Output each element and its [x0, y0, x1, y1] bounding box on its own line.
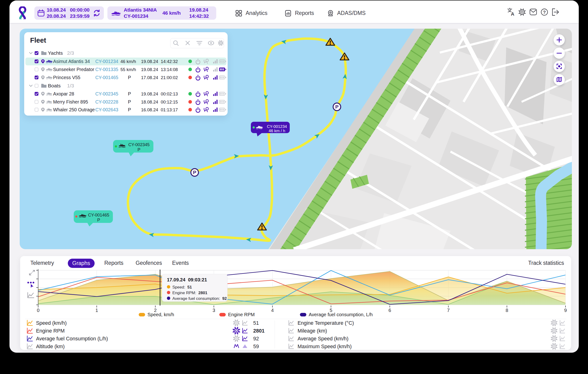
svg-text:CY-002228: CY-002228	[95, 99, 118, 104]
svg-text:Speed (km/h): Speed (km/h)	[36, 320, 67, 326]
svg-text:P: P	[128, 107, 131, 112]
svg-text:Engine Temperature (°C): Engine Temperature (°C)	[298, 320, 354, 326]
svg-text:?: ?	[543, 10, 546, 15]
svg-text:Princess V55: Princess V55	[53, 75, 80, 80]
svg-text:Average Speed (km/h): Average Speed (km/h)	[298, 336, 348, 342]
svg-text:A: A	[511, 11, 514, 17]
svg-text:46 km/h: 46 km/h	[120, 59, 136, 64]
svg-text:01:13:17: 01:13:17	[161, 107, 178, 112]
svg-text:16.08.24: 16.08.24	[141, 107, 158, 112]
svg-text:Engine RPM: Engine RPM	[36, 328, 65, 334]
svg-text:46 km / h: 46 km / h	[269, 129, 285, 133]
svg-text:1/3: 1/3	[67, 83, 74, 88]
svg-text:Maximum Speed (km/h): Maximum Speed (km/h)	[298, 344, 352, 349]
svg-text:14:42:32: 14:42:32	[161, 59, 178, 64]
svg-text:55 km/h: 55 km/h	[120, 67, 136, 72]
svg-text:Sunseeker Predator: Sunseeker Predator	[53, 67, 94, 72]
svg-text:13:14:08: 13:14:08	[161, 67, 178, 72]
svg-text:CY-001465: CY-001465	[95, 75, 118, 80]
svg-text:P: P	[193, 170, 196, 175]
svg-text:P: P	[128, 99, 131, 104]
svg-text:51: 51	[253, 320, 259, 326]
svg-text:00:02:13: 00:02:13	[161, 91, 178, 96]
svg-text:CY-002345: CY-002345	[95, 91, 118, 96]
svg-text:P: P	[335, 104, 339, 110]
svg-text:Axopar 28: Axopar 28	[53, 91, 74, 96]
svg-text:Mileage (km): Mileage (km)	[298, 328, 327, 334]
svg-text:00:12:15: 00:12:15	[161, 100, 178, 104]
svg-text:92: 92	[253, 336, 259, 342]
svg-text:2801: 2801	[253, 328, 265, 334]
svg-text:Whaler 250 Outrage: Whaler 250 Outrage	[53, 107, 95, 112]
svg-text:Yachts: Yachts	[48, 50, 63, 56]
svg-text:CY-001234: CY-001234	[95, 59, 118, 64]
svg-text:Asimut Atlantis 34: Asimut Atlantis 34	[53, 59, 90, 64]
svg-text:2/3: 2/3	[67, 50, 74, 56]
svg-text:Altitude (km): Altitude (km)	[36, 344, 65, 349]
svg-text:21:00:02: 21:00:02	[161, 75, 178, 80]
svg-text:P: P	[97, 218, 100, 222]
svg-text:CY-002643: CY-002643	[95, 107, 118, 112]
svg-text:CY-002345: CY-002345	[128, 142, 149, 147]
svg-text:19.08.24: 19.08.24	[141, 67, 158, 72]
svg-text:Average fuel Consumption (L/h): Average fuel Consumption (L/h)	[36, 336, 108, 342]
svg-text:18.08.24: 18.08.24	[141, 100, 158, 104]
svg-text:P: P	[137, 147, 140, 152]
svg-text:P: P	[128, 75, 131, 80]
svg-text:59: 59	[253, 344, 259, 349]
svg-text:19.08.24: 19.08.24	[141, 59, 158, 64]
svg-text:19.08.24: 19.08.24	[141, 91, 158, 96]
svg-text:CY-001234: CY-001234	[267, 124, 287, 129]
svg-text:CY-001335: CY-001335	[95, 67, 118, 72]
svg-text:Merry Fisher 895: Merry Fisher 895	[53, 99, 88, 104]
svg-text:CY-001465: CY-001465	[88, 213, 109, 217]
svg-text:17.08.24: 17.08.24	[141, 75, 158, 80]
svg-text:Boats: Boats	[48, 83, 61, 88]
svg-text:P: P	[128, 91, 131, 96]
